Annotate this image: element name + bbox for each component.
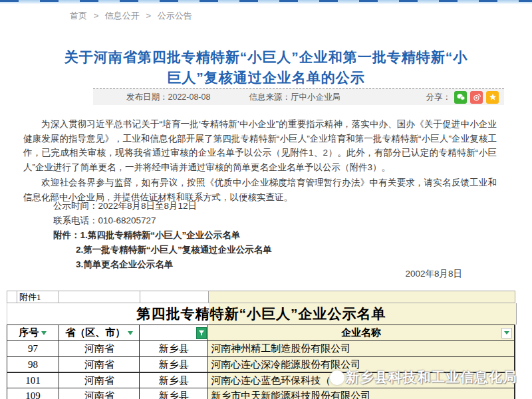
publish-date-label: 发布日期： [126,92,168,102]
header-company-label: 企业名称 [341,327,381,339]
header-county [140,325,208,340]
sheet-cell-highlight [209,291,515,303]
info-source: 信息来源：厅中小企业局 [249,92,340,103]
info-source-value: 厅中小企业局 [291,92,340,102]
cell-company: 河南心连心蓝色环保科技（ [208,373,515,388]
header-serial-label: 序号 [19,327,39,339]
page-title: 关于河南省第四批专精特新“小巨人”企业和第一批专精特新“小巨人”复核通过企业名单… [60,47,472,88]
filter-dropdown-box [501,328,512,338]
cell-county: 新乡县 [140,373,208,388]
table-title: 第四批专精特新“小巨人”企业公示名单 [7,303,515,325]
cell-serial: 97 [7,341,59,356]
header-company: 企业名称 [208,325,515,340]
cell-serial: 98 [7,357,59,372]
filter-dropdown-icon [41,331,47,335]
breadcrumb-home-link[interactable]: 首页 [70,11,87,21]
cell-serial: 109 [7,388,59,399]
signature-date: 2002年8月8日 [405,268,462,280]
sheet-cell-empty [7,291,17,303]
cell-province: 河南省 [59,341,140,356]
attachment-spreadsheet: 附件1 第四批专精特新“小巨人”企业公示名单 序号 省（区、市） [7,291,515,399]
cell-company: 河南心连心深冷能源股份有限公司 [208,357,515,372]
cell-province: 河南省 [59,357,140,372]
table-row: 98 河南省 新乡县 河南心连心深冷能源股份有限公司 [7,357,515,373]
cell-company: 河南神州精工制造股份有限公司 [208,341,515,356]
share-qzone-button[interactable] [486,91,499,104]
filter-dropdown-icon [504,331,509,334]
cell-company: 新乡市中天新能源科技股份有限公司 [208,388,515,399]
cell-county: 新乡县 [140,357,208,372]
info-source-label: 信息来源： [249,92,291,102]
sheet-cell-empty [140,291,209,303]
table-row: 97 河南省 新乡县 河南神州精工制造股份有限公司 [7,341,515,357]
cell-province: 河南省 [59,373,140,388]
publicity-period-line: 公示时间：2022年8月8日至8月12日 [23,199,527,213]
funnel-icon [198,330,205,336]
breadcrumb-separator: > [94,11,99,21]
table-header-row: 序号 省（区、市） 企业名称 [7,325,515,341]
breadcrumb-info-link[interactable]: 信息公开 [105,11,140,21]
attachment-lead-line: 附件：1.第四批专精特新“小巨人”企业公示名单 [23,228,527,243]
header-province-label: 省（区、市） [65,327,125,339]
star-icon [488,92,497,102]
sheet-grid: 序号 省（区、市） 企业名称 [7,325,515,399]
cell-serial: 101 [7,373,59,388]
filter-dropdown-icon [128,331,133,335]
publish-date-value: 2022-08-08 [168,92,211,102]
publish-date: 发布日期：2022-08-08 [126,92,210,103]
sheet-corner-row: 附件1 [7,291,515,303]
attachment-item-2: 2.第一批专精特新“小巨人”复核通过企业公示名单 [23,243,532,257]
cell-county: 新乡县 [140,341,208,356]
top-nav-strip [0,0,532,4]
active-filter-button [196,327,207,339]
breadcrumb: 首页 > 信息公开 > 公示公告 [70,10,192,22]
cell-county: 新乡县 [140,388,208,399]
top-nav-dashes [0,0,532,2]
header-serial: 序号 [7,325,59,340]
cell-province: 河南省 [59,388,140,399]
weibo-icon [472,92,481,102]
sheet-title-row: 第四批专精特新“小巨人”企业公示名单 [7,303,515,325]
paragraph-1: 为深入贯彻习近平总书记关于“培育一批‘专精特新’中小企业”的重要指示精神，落实中… [23,117,497,174]
article-meta-bar: 发布日期：2022-08-08 信息来源：厅中小企业局 分享： [93,88,504,105]
table-row: 101 河南省 新乡县 河南心连心蓝色环保科技（ [7,373,515,388]
breadcrumb-notice-link[interactable]: 公示公告 [158,11,192,21]
attachment-number-label: 附件1 [17,291,59,303]
share-label: 分享： [426,92,452,103]
share-wechat-button[interactable] [454,91,467,104]
header-province: 省（区、市） [59,325,140,340]
share-group: 分享： [426,91,499,104]
contact-phone-line: 联系电话：010-68205727 [23,213,527,228]
share-weibo-button[interactable] [470,91,483,104]
paragraph-1-text: 为深入贯彻习近平总书记关于“培育一批‘专精特新’中小企业”的重要指示精神，落实中… [23,117,497,174]
breadcrumb-separator: > [146,11,151,21]
table-row: 109 河南省 新乡县 新乡市中天新能源科技股份有限公司 [7,388,515,399]
sheet-cell-empty [59,291,140,303]
wechat-icon [456,92,466,102]
